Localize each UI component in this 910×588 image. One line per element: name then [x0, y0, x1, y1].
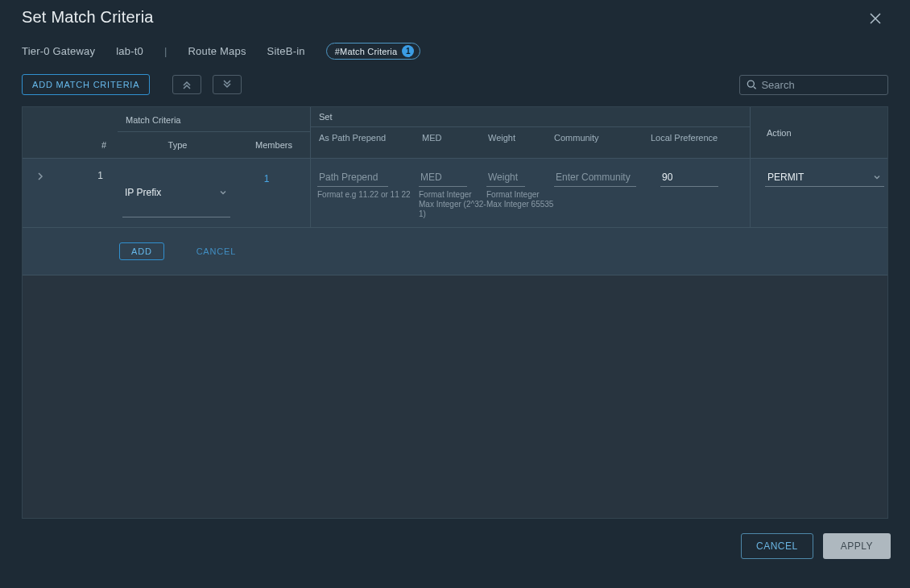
row-index: 1: [58, 159, 118, 227]
move-down-button[interactable]: [213, 75, 242, 94]
col-set: Set: [311, 107, 750, 127]
as-path-prepend-hint: Format e.g 11.22 or 11 22: [317, 187, 419, 200]
modal-title: Set Match Criteria: [22, 8, 154, 27]
med-input[interactable]: [419, 168, 467, 187]
col-match-criteria: Match Criteria: [118, 107, 310, 132]
chevron-down-icon: [872, 172, 882, 182]
action-select[interactable]: PERMIT: [765, 168, 884, 187]
community-input[interactable]: [554, 168, 636, 187]
breadcrumb: Tier-0 Gateway lab-t0 | Route Maps SiteB…: [0, 31, 910, 69]
chip-count-badge: 1: [402, 45, 414, 57]
row-cancel-button[interactable]: CANCEL: [196, 246, 236, 256]
modal-footer: CANCEL APPLY: [0, 519, 910, 559]
col-med: MED: [414, 127, 480, 150]
col-local-preference: Local Preference: [643, 127, 750, 150]
svg-point-0: [747, 81, 754, 87]
col-community: Community: [546, 127, 643, 150]
table-header: # Match Criteria Type Members Set As Pat…: [23, 107, 887, 159]
weight-input[interactable]: [486, 168, 525, 187]
cancel-button[interactable]: CANCEL: [741, 533, 813, 559]
search-input[interactable]: [761, 79, 881, 91]
table-row: 1 IP Prefix 1 Format e.g 11.22 or 11 22 …: [23, 159, 887, 228]
weight-hint: Format Integer Max Integer 65535: [486, 187, 554, 209]
local-preference-input[interactable]: [660, 168, 718, 187]
breadcrumb-item[interactable]: Route Maps: [188, 45, 246, 57]
col-index: #: [58, 107, 118, 158]
row-action-bar: ADD CANCEL: [23, 228, 887, 275]
col-members: Members: [238, 132, 310, 158]
breadcrumb-item[interactable]: Tier-0 Gateway: [22, 45, 95, 57]
type-select-value: IP Prefix: [125, 187, 161, 198]
as-path-prepend-input[interactable]: [317, 168, 388, 187]
search-box[interactable]: [739, 75, 888, 95]
close-button[interactable]: [865, 8, 886, 31]
criteria-table: # Match Criteria Type Members Set As Pat…: [22, 106, 888, 519]
action-select-value: PERMIT: [767, 172, 804, 183]
move-up-button[interactable]: [172, 75, 201, 94]
type-select[interactable]: IP Prefix: [122, 168, 230, 217]
chip-label: #Match Criteria: [335, 47, 398, 56]
table-empty-area: [23, 275, 887, 518]
chevron-down-icon: [218, 188, 228, 197]
double-chevron-up-icon: [181, 79, 192, 90]
col-type: Type: [118, 132, 238, 158]
match-criteria-chip[interactable]: #Match Criteria 1: [326, 43, 421, 60]
search-icon: [747, 79, 756, 90]
breadcrumb-item[interactable]: SiteB-in: [267, 45, 305, 57]
col-weight: Weight: [480, 127, 546, 150]
double-chevron-down-icon: [221, 79, 233, 90]
breadcrumb-item[interactable]: lab-t0: [116, 45, 143, 57]
row-add-button[interactable]: ADD: [119, 242, 164, 260]
apply-button[interactable]: APPLY: [823, 533, 891, 559]
add-match-criteria-button[interactable]: ADD MATCH CRITERIA: [22, 74, 150, 95]
col-action: Action: [751, 107, 887, 158]
chevron-right-icon: [35, 172, 45, 181]
close-icon: [868, 11, 883, 26]
med-hint: Format Integer Max Integer (2^32-1): [419, 187, 486, 219]
expand-toggle[interactable]: [23, 159, 58, 227]
col-as-path-prepend: As Path Prepend: [311, 127, 414, 150]
breadcrumb-separator: |: [164, 45, 168, 57]
members-link[interactable]: 1: [230, 168, 303, 217]
